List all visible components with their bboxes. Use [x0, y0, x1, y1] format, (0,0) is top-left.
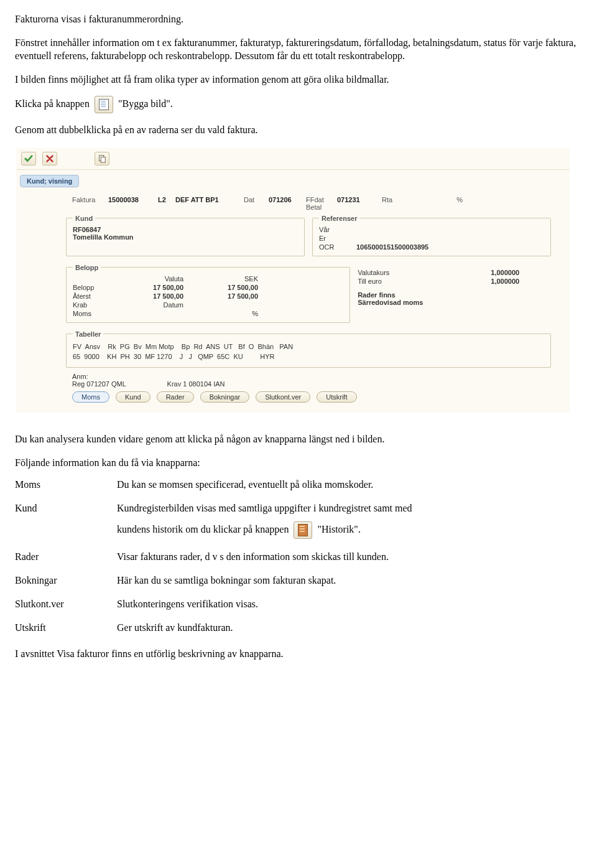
intro-para-3: I bilden finns möjlighet att få fram oli…	[15, 73, 582, 86]
label-ffdat: FFdat	[306, 196, 337, 203]
value-ocr: 1065000151500003895	[356, 243, 544, 251]
label-er: Er	[319, 235, 356, 242]
tabeller-head: FV Ansv Rk PG Bv Mm Motp Bp Rd ANS UT Bf…	[73, 342, 544, 352]
utskrift-button[interactable]: Utskrift	[317, 391, 356, 403]
value-tilleuro: 1,000000	[445, 278, 519, 285]
text-fragment: "Bygga bild".	[118, 98, 173, 109]
bokningar-button[interactable]: Bokningar	[200, 391, 250, 403]
value-belopp-2: 17 500,00	[191, 284, 266, 291]
value-defatt: DEF ATT BP1	[175, 196, 244, 203]
label-moms-pct: %	[191, 310, 266, 317]
build-image-icon	[95, 96, 113, 113]
intro-para-5: Genom att dubbelklicka på en av raderna …	[15, 123, 582, 137]
text-fragment: Klicka på knappen	[15, 98, 90, 109]
tabeller-row: 65 9000 KH PH 30 MF 1270 J J QMP 65C KU …	[73, 352, 544, 362]
value-aterst-1: 17 500,00	[110, 292, 191, 300]
label-anm: Anm:	[72, 373, 88, 380]
label-datum: Datum	[110, 301, 191, 309]
fieldset-tabeller: Tabeller FV Ansv Rk PG Bv Mm Motp Bp Rd …	[66, 330, 551, 368]
label-moms: Moms	[73, 310, 110, 317]
label-faktura: Faktura	[72, 196, 108, 203]
value-dat: 071206	[269, 196, 306, 203]
post-para-2: Följande information kan du få via knapp…	[15, 456, 582, 470]
term-rader: Rader	[15, 551, 114, 562]
value-anm-krav: Krav 1 080104 IAN	[167, 380, 225, 388]
legend-belopp: Belopp	[73, 264, 101, 271]
intro-para-2: Fönstret innehåller information om t ex …	[15, 36, 582, 63]
intro-para-4: Klicka på knappen "Bygga bild".	[15, 96, 582, 113]
history-icon	[294, 521, 312, 539]
legend-tabeller: Tabeller	[73, 330, 103, 338]
label-ocr: OCR	[319, 243, 356, 251]
kund-name: Tomelilla Kommun	[73, 233, 298, 241]
def-rader: Visar fakturans rader, d v s den informa…	[117, 551, 582, 562]
label-valuta: Valuta	[110, 275, 191, 282]
kund-button[interactable]: Kund	[116, 391, 150, 403]
legend-refs: Referenser	[319, 215, 359, 222]
svg-rect-1	[101, 157, 105, 162]
rader-button[interactable]: Rader	[157, 391, 194, 403]
def-kund: Kundregisterbilden visas med samtliga up…	[117, 503, 582, 539]
button-row: Moms Kund Rader Bokningar Slutkont.ver U…	[35, 391, 551, 409]
label-aterst: Återst	[73, 292, 110, 300]
kund-code: RF06847	[73, 226, 298, 233]
legend-kund: Kund	[73, 215, 95, 222]
intro-para-1: Fakturorna visas i fakturanummerordning.	[15, 12, 582, 26]
label-rta: Rta	[382, 196, 407, 203]
outro-para: I avsnittet Visa fakturor finns en utför…	[15, 647, 582, 661]
label-sek: SEK	[191, 275, 266, 282]
invoice-header: Faktura 15000038 L2 DEF ATT BP1 Dat 0712…	[72, 196, 551, 211]
term-utskrift: Utskrift	[15, 622, 114, 633]
anm-block: Anm: Reg 071207 QML Krav 1 080104 IAN	[35, 371, 551, 391]
def-slutkont: Slutkonteringens verifikation visas.	[117, 599, 582, 610]
toolbar	[16, 148, 570, 170]
term-bokningar: Bokningar	[15, 575, 114, 586]
value-belopp-1: 17 500,00	[110, 284, 191, 291]
value-faktura: 15000038	[108, 196, 158, 203]
app-window: Kund; visning Faktura 15000038 L2 DEF AT…	[15, 147, 570, 414]
fieldset-kund: Kund RF06847 Tomelilla Kommun	[66, 215, 305, 256]
value-aterst-2: 17 500,00	[191, 292, 266, 300]
term-kund: Kund	[15, 503, 114, 539]
term-moms: Moms	[15, 479, 114, 490]
label-valutakurs: Valutakurs	[358, 269, 445, 276]
panel-title: Kund; visning	[20, 175, 79, 187]
copy-button[interactable]	[95, 152, 109, 166]
label-pct: %	[407, 196, 463, 203]
label-dat: Dat	[244, 196, 269, 203]
label-rader-finns: Rader finns	[358, 291, 551, 299]
term-slutkont: Slutkont.ver	[15, 599, 114, 610]
value-anm-reg: Reg 071207 QML	[72, 380, 126, 388]
text-fragment: "Historik".	[317, 524, 361, 534]
slutkontver-button[interactable]: Slutkont.ver	[256, 391, 310, 403]
definitions-table: Moms Du kan se momsen specificerad, even…	[15, 479, 582, 633]
label-belopp: Belopp	[73, 284, 110, 291]
value-l2: L2	[158, 196, 175, 203]
moms-button[interactable]: Moms	[72, 391, 109, 403]
label-tilleuro: Till euro	[358, 278, 445, 285]
text-fragment: Kundregisterbilden visas med samtliga up…	[117, 503, 412, 513]
label-sarredov: Särredovisad moms	[358, 299, 551, 306]
cancel-button[interactable]	[42, 152, 57, 166]
def-moms: Du kan se momsen specificerad, eventuell…	[117, 479, 582, 490]
label-krab: Krab	[73, 301, 110, 309]
label-betal: Betal	[306, 203, 337, 211]
value-valutakurs: 1,000000	[445, 269, 519, 276]
fieldset-referenser: Referenser Vår Er OCR 106500015150000389…	[312, 215, 551, 256]
def-bokningar: Här kan du se samtliga bokningar som fak…	[117, 575, 582, 586]
confirm-button[interactable]	[21, 152, 36, 166]
post-para-1: Du kan analysera kunden vidare genom att…	[15, 432, 582, 446]
text-fragment: kundens historik om du klickar på knappe…	[117, 524, 289, 534]
label-var: Vår	[319, 226, 356, 233]
value-ffdat: 071231	[337, 196, 382, 203]
def-utskrift: Ger utskrift av kundfakturan.	[117, 622, 582, 633]
fieldset-belopp: Belopp Valuta SEK Belopp 17 500,00 17 50…	[66, 264, 350, 323]
